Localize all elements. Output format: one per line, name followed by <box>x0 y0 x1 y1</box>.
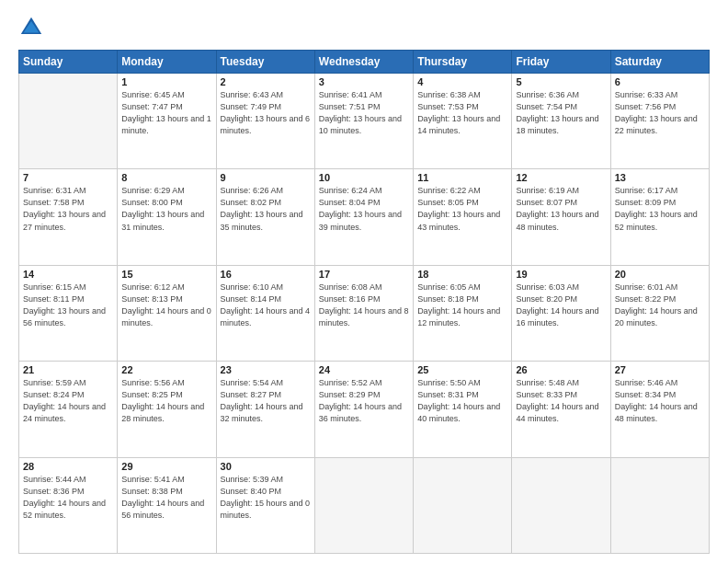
day-info: Sunrise: 6:33 AMSunset: 7:56 PMDaylight:… <box>615 89 705 137</box>
calendar-cell: 1Sunrise: 6:45 AMSunset: 7:47 PMDaylight… <box>118 74 216 169</box>
calendar-cell: 23Sunrise: 5:54 AMSunset: 8:27 PMDayligh… <box>216 362 314 457</box>
day-info: Sunrise: 6:31 AMSunset: 7:58 PMDaylight:… <box>23 185 113 233</box>
calendar-cell: 27Sunrise: 5:46 AMSunset: 8:34 PMDayligh… <box>610 362 709 457</box>
week-row-0: 1Sunrise: 6:45 AMSunset: 7:47 PMDaylight… <box>19 74 710 169</box>
day-number: 28 <box>23 461 113 472</box>
day-info: Sunrise: 6:45 AMSunset: 7:47 PMDaylight:… <box>121 89 211 137</box>
day-info: Sunrise: 5:46 AMSunset: 8:34 PMDaylight:… <box>615 377 705 425</box>
calendar-cell: 22Sunrise: 5:56 AMSunset: 8:25 PMDayligh… <box>118 362 216 457</box>
weekday-monday: Monday <box>118 51 216 74</box>
week-row-2: 14Sunrise: 6:15 AMSunset: 8:11 PMDayligh… <box>19 265 710 361</box>
header <box>18 15 710 40</box>
day-number: 6 <box>615 76 705 87</box>
day-number: 19 <box>516 269 606 280</box>
day-number: 25 <box>417 364 507 375</box>
day-info: Sunrise: 6:10 AMSunset: 8:14 PMDaylight:… <box>221 282 311 329</box>
day-number: 17 <box>319 269 409 280</box>
week-row-3: 21Sunrise: 5:59 AMSunset: 8:24 PMDayligh… <box>19 362 710 457</box>
day-number: 10 <box>319 172 409 183</box>
day-info: Sunrise: 6:22 AMSunset: 8:05 PMDaylight:… <box>417 185 507 233</box>
week-row-4: 28Sunrise: 5:44 AMSunset: 8:36 PMDayligh… <box>19 457 710 553</box>
calendar-cell: 29Sunrise: 5:41 AMSunset: 8:38 PMDayligh… <box>118 457 216 553</box>
calendar-cell: 17Sunrise: 6:08 AMSunset: 8:16 PMDayligh… <box>314 265 413 361</box>
calendar-cell: 8Sunrise: 6:29 AMSunset: 8:00 PMDaylight… <box>118 169 216 265</box>
calendar-cell: 14Sunrise: 6:15 AMSunset: 8:11 PMDayligh… <box>19 265 118 361</box>
week-row-1: 7Sunrise: 6:31 AMSunset: 7:58 PMDaylight… <box>19 169 710 265</box>
day-info: Sunrise: 6:12 AMSunset: 8:13 PMDaylight:… <box>121 282 211 329</box>
day-info: Sunrise: 5:56 AMSunset: 8:25 PMDaylight:… <box>121 377 211 425</box>
day-number: 14 <box>23 269 113 280</box>
day-number: 7 <box>23 172 113 183</box>
calendar-cell: 9Sunrise: 6:26 AMSunset: 8:02 PMDaylight… <box>216 169 314 265</box>
calendar-cell <box>610 457 709 553</box>
calendar-cell: 21Sunrise: 5:59 AMSunset: 8:24 PMDayligh… <box>19 362 118 457</box>
day-info: Sunrise: 6:05 AMSunset: 8:18 PMDaylight:… <box>417 282 507 329</box>
day-number: 11 <box>417 172 507 183</box>
day-info: Sunrise: 5:54 AMSunset: 8:27 PMDaylight:… <box>221 377 311 425</box>
day-number: 4 <box>417 76 507 87</box>
logo <box>18 15 48 40</box>
day-number: 8 <box>121 172 211 183</box>
day-info: Sunrise: 5:50 AMSunset: 8:31 PMDaylight:… <box>417 377 507 425</box>
day-number: 23 <box>221 364 311 375</box>
calendar-cell: 24Sunrise: 5:52 AMSunset: 8:29 PMDayligh… <box>314 362 413 457</box>
calendar-cell: 30Sunrise: 5:39 AMSunset: 8:40 PMDayligh… <box>216 457 314 553</box>
day-number: 16 <box>221 269 311 280</box>
calendar-cell: 11Sunrise: 6:22 AMSunset: 8:05 PMDayligh… <box>414 169 512 265</box>
weekday-sunday: Sunday <box>19 51 118 74</box>
weekday-friday: Friday <box>512 51 610 74</box>
day-info: Sunrise: 6:26 AMSunset: 8:02 PMDaylight:… <box>221 185 311 233</box>
calendar-cell <box>19 74 118 169</box>
logo-icon <box>18 15 44 40</box>
calendar-cell: 4Sunrise: 6:38 AMSunset: 7:53 PMDaylight… <box>414 74 512 169</box>
day-info: Sunrise: 6:24 AMSunset: 8:04 PMDaylight:… <box>319 185 409 233</box>
calendar-cell <box>512 457 610 553</box>
day-info: Sunrise: 6:17 AMSunset: 8:09 PMDaylight:… <box>615 185 705 233</box>
calendar-cell: 20Sunrise: 6:01 AMSunset: 8:22 PMDayligh… <box>610 265 709 361</box>
day-number: 26 <box>516 364 606 375</box>
day-info: Sunrise: 6:08 AMSunset: 8:16 PMDaylight:… <box>319 282 409 329</box>
day-info: Sunrise: 6:36 AMSunset: 7:54 PMDaylight:… <box>516 89 606 137</box>
day-number: 30 <box>221 461 311 472</box>
calendar-table: SundayMondayTuesdayWednesdayThursdayFrid… <box>18 50 710 554</box>
day-number: 5 <box>516 76 606 87</box>
calendar-cell: 12Sunrise: 6:19 AMSunset: 8:07 PMDayligh… <box>512 169 610 265</box>
day-info: Sunrise: 6:29 AMSunset: 8:00 PMDaylight:… <box>121 185 211 233</box>
day-number: 29 <box>121 461 211 472</box>
calendar-cell: 3Sunrise: 6:41 AMSunset: 7:51 PMDaylight… <box>314 74 413 169</box>
weekday-wednesday: Wednesday <box>314 51 413 74</box>
day-number: 20 <box>615 269 705 280</box>
day-number: 13 <box>615 172 705 183</box>
calendar-cell <box>314 457 413 553</box>
day-info: Sunrise: 6:19 AMSunset: 8:07 PMDaylight:… <box>516 185 606 233</box>
calendar-cell: 26Sunrise: 5:48 AMSunset: 8:33 PMDayligh… <box>512 362 610 457</box>
weekday-saturday: Saturday <box>610 51 709 74</box>
day-info: Sunrise: 5:41 AMSunset: 8:38 PMDaylight:… <box>121 474 211 522</box>
calendar-cell <box>414 457 512 553</box>
day-info: Sunrise: 5:48 AMSunset: 8:33 PMDaylight:… <box>516 377 606 425</box>
day-info: Sunrise: 5:52 AMSunset: 8:29 PMDaylight:… <box>319 377 409 425</box>
day-number: 22 <box>121 364 211 375</box>
calendar-cell: 6Sunrise: 6:33 AMSunset: 7:56 PMDaylight… <box>610 74 709 169</box>
calendar-cell: 5Sunrise: 6:36 AMSunset: 7:54 PMDaylight… <box>512 74 610 169</box>
calendar-cell: 13Sunrise: 6:17 AMSunset: 8:09 PMDayligh… <box>610 169 709 265</box>
weekday-tuesday: Tuesday <box>216 51 314 74</box>
day-number: 9 <box>221 172 311 183</box>
day-number: 2 <box>221 76 311 87</box>
weekday-thursday: Thursday <box>414 51 512 74</box>
day-number: 18 <box>417 269 507 280</box>
calendar-cell: 19Sunrise: 6:03 AMSunset: 8:20 PMDayligh… <box>512 265 610 361</box>
calendar-cell: 16Sunrise: 6:10 AMSunset: 8:14 PMDayligh… <box>216 265 314 361</box>
day-info: Sunrise: 6:15 AMSunset: 8:11 PMDaylight:… <box>23 282 113 329</box>
day-number: 21 <box>23 364 113 375</box>
day-info: Sunrise: 6:43 AMSunset: 7:49 PMDaylight:… <box>221 89 311 137</box>
calendar-cell: 15Sunrise: 6:12 AMSunset: 8:13 PMDayligh… <box>118 265 216 361</box>
calendar-cell: 28Sunrise: 5:44 AMSunset: 8:36 PMDayligh… <box>19 457 118 553</box>
calendar-cell: 18Sunrise: 6:05 AMSunset: 8:18 PMDayligh… <box>414 265 512 361</box>
day-info: Sunrise: 6:41 AMSunset: 7:51 PMDaylight:… <box>319 89 409 137</box>
day-info: Sunrise: 5:44 AMSunset: 8:36 PMDaylight:… <box>23 474 113 522</box>
weekday-header-row: SundayMondayTuesdayWednesdayThursdayFrid… <box>19 51 710 74</box>
calendar-cell: 25Sunrise: 5:50 AMSunset: 8:31 PMDayligh… <box>414 362 512 457</box>
day-info: Sunrise: 6:38 AMSunset: 7:53 PMDaylight:… <box>417 89 507 137</box>
day-number: 27 <box>615 364 705 375</box>
